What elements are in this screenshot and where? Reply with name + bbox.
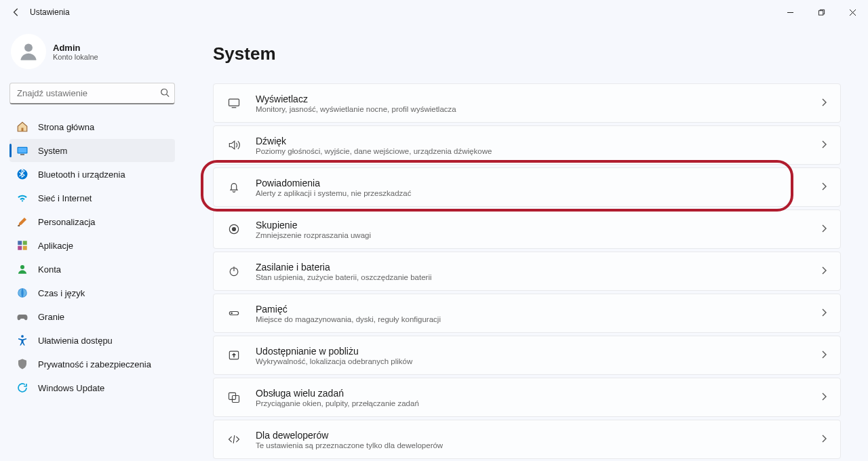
minimize-button[interactable] — [774, 0, 806, 24]
nav-personalization[interactable]: Personalizacja — [9, 210, 175, 233]
svg-line-6 — [167, 94, 170, 97]
svg-rect-12 — [18, 225, 20, 226]
time-icon — [15, 285, 30, 300]
nav-label: Ułatwienia dostępu — [38, 336, 113, 346]
svg-rect-15 — [18, 246, 22, 250]
user-name: Admin — [53, 43, 98, 53]
user-subtitle: Konto lokalne — [53, 53, 98, 61]
avatar — [11, 34, 46, 69]
nav-system[interactable]: System — [9, 139, 175, 162]
card-display[interactable]: Wyświetlacz Monitory, jasność, wyświetla… — [213, 83, 841, 123]
card-multitasking[interactable]: Obsługa wielu zadań Przyciąganie okien, … — [213, 378, 841, 417]
nav-accessibility[interactable]: Ułatwienia dostępu — [9, 329, 175, 352]
card-subtitle: Zmniejszenie rozpraszania uwagi — [256, 231, 820, 239]
personalization-icon — [15, 214, 30, 229]
nav-label: Konta — [38, 264, 61, 275]
nav-label: System — [38, 146, 67, 156]
card-subtitle: Alerty z aplikacji i systemu, nie przesz… — [256, 189, 820, 197]
card-title: Wyświetlacz — [256, 94, 820, 104]
nav-list: Strona główna System Bluetooth i urządze… — [9, 115, 175, 399]
nav-network[interactable]: Sieć i Internet — [9, 186, 175, 209]
card-subtitle: Poziomy głośności, wyjście, dane wejścio… — [256, 147, 820, 155]
nav-label: Personalizacja — [38, 217, 96, 227]
sidebar: Admin Konto lokalne Strona główna Syst — [0, 24, 184, 461]
home-icon — [15, 119, 30, 134]
bluetooth-icon — [15, 167, 30, 182]
card-subtitle: Wykrywalność, lokalizacja odebranych pli… — [256, 357, 820, 365]
multitasking-icon — [224, 388, 243, 407]
accounts-icon — [15, 262, 30, 277]
window-title: Ustawienia — [30, 7, 70, 17]
card-notifications[interactable]: Powiadomienia Alerty z aplikacji i syste… — [213, 167, 841, 207]
nav-accounts[interactable]: Konta — [9, 258, 175, 281]
settings-card-list: Wyświetlacz Monitory, jasność, wyświetla… — [213, 83, 841, 461]
close-button[interactable] — [837, 0, 868, 24]
card-power[interactable]: Zasilanie i bateria Stan uśpienia, zużyc… — [213, 252, 841, 291]
nav-label: Czas i język — [38, 288, 85, 298]
card-subtitle: Te ustawienia są przeznaczone tylko dla … — [256, 441, 820, 449]
card-sound[interactable]: Dźwięk Poziomy głośności, wyjście, dane … — [213, 125, 841, 165]
nav-label: Granie — [38, 312, 64, 322]
search-input[interactable] — [9, 83, 175, 104]
card-nearby-share[interactable]: Udostępnianie w pobliżu Wykrywalność, lo… — [213, 336, 841, 375]
main-panel: System Wyświetlacz Monitory, jasność, wy… — [184, 24, 868, 461]
developers-icon — [224, 430, 243, 449]
chevron-right-icon — [820, 350, 828, 361]
user-block[interactable]: Admin Konto lokalne — [9, 31, 175, 77]
notifications-icon — [224, 178, 243, 197]
card-title: Obsługa wielu zadań — [256, 388, 820, 399]
svg-rect-16 — [23, 246, 27, 250]
svg-rect-1 — [818, 10, 823, 14]
search-icon — [160, 88, 170, 100]
nav-time[interactable]: Czas i język — [9, 281, 175, 304]
search-field[interactable] — [9, 83, 175, 104]
chevron-right-icon — [820, 308, 828, 319]
card-title: Dźwięk — [256, 136, 820, 146]
nav-bluetooth[interactable]: Bluetooth i urządzenia — [9, 163, 175, 186]
card-storage[interactable]: Pamięć Miejsce do magazynowania, dyski, … — [213, 294, 841, 333]
nav-update[interactable]: Windows Update — [9, 376, 175, 399]
chevron-right-icon — [820, 393, 828, 403]
card-title: Skupienie — [256, 220, 820, 230]
svg-point-5 — [161, 89, 167, 95]
update-icon — [15, 380, 30, 395]
card-subtitle: Monitory, jasność, wyświetlanie nocne, p… — [256, 105, 820, 113]
card-focus[interactable]: Skupienie Zmniejszenie rozpraszania uwag… — [213, 209, 841, 249]
svg-rect-10 — [20, 154, 24, 155]
chevron-right-icon — [820, 266, 828, 277]
nav-label: Bluetooth i urządzenia — [38, 169, 125, 180]
svg-rect-14 — [23, 241, 27, 245]
card-subtitle: Przyciąganie okien, pulpity, przełączani… — [256, 399, 820, 407]
svg-point-27 — [231, 313, 233, 314]
card-subtitle: Miejsce do magazynowania, dyski, reguły … — [256, 315, 820, 323]
nav-label: Sieć i Internet — [38, 193, 92, 203]
nav-privacy[interactable]: Prywatność i zabezpieczenia — [9, 353, 175, 376]
svg-point-4 — [24, 43, 33, 52]
chevron-right-icon — [820, 224, 828, 235]
svg-rect-9 — [18, 148, 27, 153]
nav-label: Prywatność i zabezpieczenia — [38, 359, 151, 369]
card-title: Zasilanie i bateria — [256, 262, 820, 273]
accessibility-icon — [15, 333, 30, 348]
nav-label: Aplikacje — [38, 241, 73, 251]
svg-point-23 — [233, 228, 236, 231]
share-icon — [224, 346, 243, 365]
svg-rect-7 — [22, 128, 24, 132]
card-developers[interactable]: Dla deweloperów Te ustawienia są przezna… — [213, 420, 841, 459]
nav-gaming[interactable]: Granie — [9, 305, 175, 328]
maximize-button[interactable] — [806, 0, 837, 24]
title-bar: Ustawienia — [0, 0, 868, 24]
display-icon — [224, 94, 243, 113]
apps-icon — [15, 238, 30, 253]
card-title: Dla deweloperów — [256, 430, 820, 441]
system-icon — [15, 143, 30, 158]
network-icon — [15, 191, 30, 205]
window-controls — [774, 0, 868, 24]
nav-home[interactable]: Strona główna — [9, 115, 175, 138]
svg-rect-13 — [18, 241, 22, 245]
sound-icon — [224, 136, 243, 155]
nav-apps[interactable]: Aplikacje — [9, 234, 175, 257]
back-button[interactable] — [7, 3, 26, 22]
nav-label: Strona główna — [38, 122, 94, 132]
focus-icon — [224, 220, 243, 239]
